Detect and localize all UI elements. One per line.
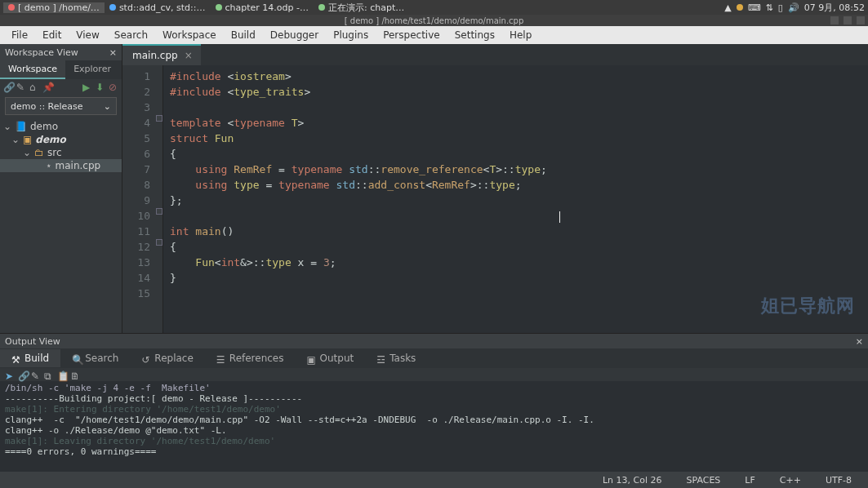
menu-build[interactable]: Build bbox=[225, 28, 262, 42]
fold-marker[interactable] bbox=[156, 115, 162, 122]
taskbar-item-0[interactable]: [ demo ] /home/… bbox=[3, 2, 105, 13]
status-indent[interactable]: SPACES bbox=[686, 475, 720, 486]
hammer-icon: ⚒ bbox=[11, 354, 20, 362]
menu-help[interactable]: Help bbox=[503, 28, 538, 42]
pin-icon[interactable]: 📌 bbox=[42, 82, 52, 91]
output-tab-tasks[interactable]: ☲Tasks bbox=[365, 349, 427, 367]
status-lang[interactable]: C++ bbox=[780, 475, 801, 486]
keyboard-icon[interactable]: ⌨ bbox=[748, 2, 761, 13]
volume-icon[interactable]: 🔊 bbox=[788, 2, 799, 13]
code-content[interactable]: #include <iostream> #include <type_trait… bbox=[163, 65, 868, 333]
tab-explorer[interactable]: Explorer bbox=[65, 60, 119, 79]
build-icon[interactable]: ⬇ bbox=[96, 82, 105, 91]
output-tab-replace[interactable]: ↺Replace bbox=[130, 349, 204, 367]
fold-marker[interactable] bbox=[156, 208, 162, 215]
clock[interactable]: 07 9月, 08:52 bbox=[804, 2, 865, 14]
paste-icon[interactable]: 📋 bbox=[57, 370, 65, 379]
output-tab-output[interactable]: ▣Output bbox=[296, 349, 366, 367]
doc-icon[interactable]: 🗎 bbox=[70, 370, 78, 379]
workspace-pane-title: Workspace View × bbox=[0, 44, 122, 60]
os-taskbar: [ demo ] /home/… std::add_cv, std::… cha… bbox=[0, 0, 868, 15]
menu-debugger[interactable]: Debugger bbox=[264, 28, 325, 42]
link-icon[interactable]: 🔗 bbox=[3, 82, 13, 91]
config-selector[interactable]: demo :: Release ⌄ bbox=[5, 97, 117, 115]
run-icon[interactable]: ▶ bbox=[82, 82, 92, 91]
chevron-down-icon: ⌄ bbox=[104, 101, 111, 112]
output-tab-build[interactable]: ⚒Build bbox=[0, 349, 60, 367]
tray-icon[interactable]: ▲ bbox=[724, 2, 731, 13]
taskbar-item-3[interactable]: 正在演示: chapt… bbox=[314, 2, 409, 14]
code-editor[interactable]: 123456789101112131415 #include <iostream… bbox=[122, 65, 868, 333]
send-icon[interactable]: ✎ bbox=[16, 82, 26, 91]
arrow-icon[interactable]: ➤ bbox=[5, 370, 13, 379]
output-pane: Output View × ⚒Build 🔍Search ↺Replace ☰R… bbox=[0, 333, 868, 472]
tree-folder-src[interactable]: ⌄🗀src bbox=[0, 146, 122, 159]
status-bar: Ln 13, Col 26 SPACES LF C++ UTF-8 bbox=[0, 472, 868, 488]
fold-marker[interactable] bbox=[156, 239, 162, 246]
project-tree: ⌄📘demo ⌄▣demo ⌄🗀src ⋆main.cpp bbox=[0, 118, 122, 174]
warning-icon[interactable] bbox=[737, 4, 743, 11]
tree-file-main[interactable]: ⋆main.cpp bbox=[0, 159, 122, 172]
window-titlebar: [ demo ] /home/test1/demo/demo/main.cpp bbox=[0, 15, 868, 26]
workspace-tabs: Workspace Explorer bbox=[0, 60, 122, 79]
minimize-button[interactable] bbox=[830, 16, 839, 24]
menu-edit[interactable]: Edit bbox=[36, 28, 68, 42]
tree-project[interactable]: ⌄▣demo bbox=[0, 133, 122, 146]
broom-icon[interactable]: ✎ bbox=[31, 370, 39, 379]
system-tray: ▲ ⌨ ⇅ ▯ 🔊 07 9月, 08:52 bbox=[724, 2, 865, 14]
status-eol[interactable]: LF bbox=[745, 475, 754, 486]
link-icon[interactable]: 🔗 bbox=[18, 370, 26, 379]
terminal-icon: ▣ bbox=[307, 354, 315, 362]
network-icon[interactable]: ⇅ bbox=[766, 2, 773, 13]
editor-tab-main[interactable]: main.cpp × bbox=[122, 44, 201, 65]
menu-perspective[interactable]: Perspective bbox=[376, 28, 447, 42]
maximize-button[interactable] bbox=[844, 16, 852, 24]
menu-file[interactable]: File bbox=[5, 28, 34, 42]
taskbar-item-1[interactable]: std::add_cv, std::… bbox=[105, 2, 211, 13]
menu-search[interactable]: Search bbox=[108, 28, 154, 42]
list-icon: ☲ bbox=[376, 354, 385, 362]
text-caret bbox=[559, 211, 560, 223]
menu-plugins[interactable]: Plugins bbox=[327, 28, 375, 42]
menu-workspace[interactable]: Workspace bbox=[156, 28, 223, 42]
close-window-button[interactable] bbox=[857, 16, 865, 24]
build-console[interactable]: /bin/sh -c 'make -j 4 -e -f Makefile' --… bbox=[0, 381, 868, 472]
status-encoding[interactable]: UTF-8 bbox=[826, 475, 852, 486]
window-title: [ demo ] /home/test1/demo/demo/main.cpp bbox=[345, 16, 524, 25]
menu-settings[interactable]: Settings bbox=[448, 28, 501, 42]
close-tab-icon[interactable]: × bbox=[185, 50, 193, 61]
fold-column[interactable] bbox=[155, 65, 163, 333]
output-tab-references[interactable]: ☰References bbox=[205, 349, 296, 367]
references-icon: ☰ bbox=[216, 354, 225, 362]
output-pane-title: Output View × bbox=[0, 334, 868, 348]
taskbar-item-2[interactable]: chapter 14.odp -… bbox=[211, 2, 314, 13]
search-icon: 🔍 bbox=[72, 354, 80, 362]
output-tabs: ⚒Build 🔍Search ↺Replace ☰References ▣Out… bbox=[0, 348, 868, 368]
copy-icon[interactable]: ⧉ bbox=[44, 370, 52, 379]
workspace-toolbar: 🔗 ✎ ⌂ 📌 ▶ ⬇ ⊘ bbox=[0, 79, 122, 94]
status-position[interactable]: Ln 13, Col 26 bbox=[603, 475, 662, 486]
menu-view[interactable]: View bbox=[69, 28, 105, 42]
output-toolbar: ➤ 🔗 ✎ ⧉ 📋 🗎 bbox=[0, 368, 868, 381]
home-icon[interactable]: ⌂ bbox=[29, 82, 39, 91]
editor-area: main.cpp × 123456789101112131415 #includ… bbox=[122, 44, 868, 333]
battery-icon[interactable]: ▯ bbox=[778, 2, 783, 13]
tree-workspace-root[interactable]: ⌄📘demo bbox=[0, 120, 122, 133]
tab-workspace[interactable]: Workspace bbox=[0, 60, 65, 79]
menu-bar: File Edit View Search Workspace Build De… bbox=[0, 26, 868, 44]
workspace-close-icon[interactable]: × bbox=[109, 47, 117, 58]
output-close-icon[interactable]: × bbox=[856, 336, 863, 347]
stop-icon[interactable]: ⊘ bbox=[109, 82, 118, 91]
editor-tabstrip: main.cpp × bbox=[122, 44, 868, 65]
workspace-pane: Workspace View × Workspace Explorer 🔗 ✎ … bbox=[0, 44, 122, 333]
line-gutter: 123456789101112131415 bbox=[122, 65, 155, 333]
replace-icon: ↺ bbox=[141, 354, 149, 362]
output-tab-search[interactable]: 🔍Search bbox=[60, 349, 130, 367]
